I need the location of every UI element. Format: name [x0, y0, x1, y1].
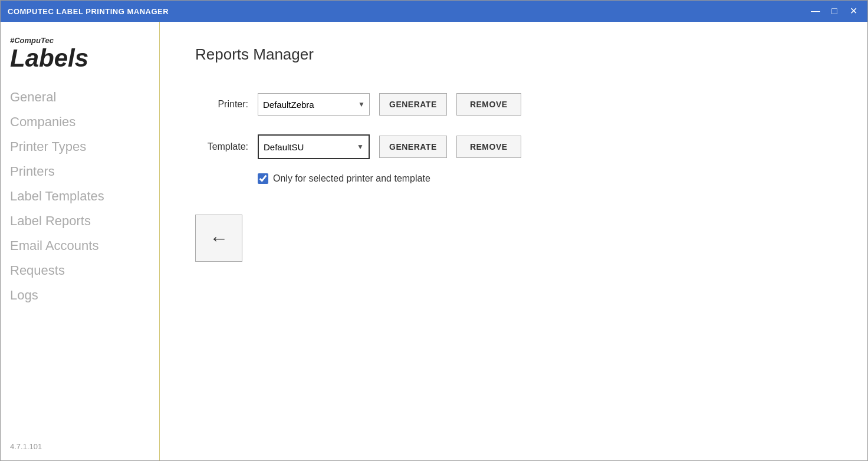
template-remove-button[interactable]: REMOVE — [456, 136, 521, 158]
window-controls: — □ ✕ — [808, 4, 860, 18]
title-bar: COMPUTEC LABEL PRINTING MANAGER — □ ✕ — [1, 1, 867, 22]
sidebar-item-email-accounts[interactable]: Email Accounts — [10, 235, 150, 257]
template-row: Template: DefaultSU Template2 Template3 … — [195, 134, 832, 159]
printer-select[interactable]: DefaultZebra Printer2 Printer3 — [258, 93, 370, 116]
back-button[interactable]: ← — [195, 215, 242, 262]
template-generate-button[interactable]: GENERATE — [379, 136, 447, 158]
nav-items: General Companies Printer Types Printers… — [1, 86, 159, 307]
sidebar: #CompuTec Labels General Companies Print… — [1, 22, 160, 460]
sidebar-item-general[interactable]: General — [10, 86, 150, 108]
form-section: Printer: DefaultZebra Printer2 Printer3 … — [195, 93, 832, 262]
printer-row: Printer: DefaultZebra Printer2 Printer3 … — [195, 93, 832, 116]
page-title: Reports Manager — [195, 45, 832, 64]
logo-area: #CompuTec Labels — [1, 31, 159, 86]
window-body: #CompuTec Labels General Companies Print… — [1, 22, 867, 460]
sidebar-item-printers[interactable]: Printers — [10, 160, 150, 183]
checkbox-row: Only for selected printer and template — [258, 173, 832, 184]
window-title: COMPUTEC LABEL PRINTING MANAGER — [8, 7, 169, 16]
sidebar-item-label-templates[interactable]: Label Templates — [10, 185, 150, 208]
app-window: COMPUTEC LABEL PRINTING MANAGER — □ ✕ #C… — [0, 0, 868, 461]
logo-label: Labels — [10, 45, 150, 72]
sidebar-item-label-reports[interactable]: Label Reports — [10, 210, 150, 232]
sidebar-item-requests[interactable]: Requests — [10, 259, 150, 282]
sidebar-item-printer-types[interactable]: Printer Types — [10, 136, 150, 158]
printer-select-wrapper: DefaultZebra Printer2 Printer3 ▼ — [258, 93, 370, 116]
maximize-button[interactable]: □ — [827, 4, 841, 18]
template-select[interactable]: DefaultSU Template2 Template3 — [259, 136, 369, 158]
template-select-wrapper: DefaultSU Template2 Template3 ▼ — [258, 134, 370, 159]
logo-hash: #CompuTec — [10, 36, 150, 45]
printer-generate-button[interactable]: GENERATE — [379, 93, 447, 116]
back-arrow-icon: ← — [209, 228, 228, 249]
printer-template-checkbox[interactable] — [258, 173, 268, 184]
version-label: 4.7.1.101 — [1, 433, 159, 460]
template-label: Template: — [195, 141, 248, 152]
sidebar-item-companies[interactable]: Companies — [10, 111, 150, 133]
minimize-button[interactable]: — — [808, 4, 823, 18]
close-button[interactable]: ✕ — [846, 4, 860, 18]
printer-remove-button[interactable]: REMOVE — [456, 93, 521, 116]
checkbox-label: Only for selected printer and template — [273, 173, 430, 184]
sidebar-item-logs[interactable]: Logs — [10, 284, 150, 307]
checkbox-container: Only for selected printer and template — [258, 173, 430, 184]
main-content: Reports Manager Printer: DefaultZebra Pr… — [160, 22, 867, 460]
printer-label: Printer: — [195, 99, 248, 110]
